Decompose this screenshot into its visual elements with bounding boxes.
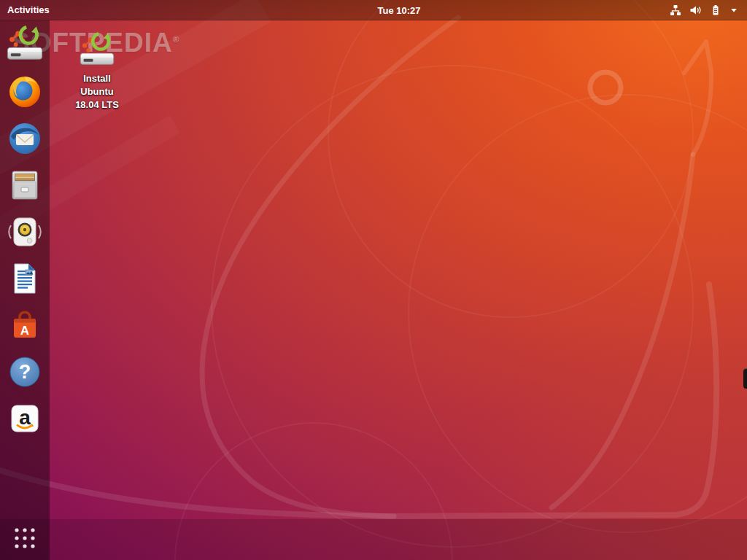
battery-icon — [710, 4, 721, 16]
install-ubuntu-shortcut-label: Install Ubuntu 18.04 LTS — [75, 72, 119, 112]
dock-item-help[interactable] — [3, 350, 47, 394]
dock-item-libreoffice-writer[interactable] — [3, 257, 47, 300]
install-ubuntu-drive-icon — [78, 32, 116, 70]
volume-icon — [689, 4, 702, 16]
edge-cursor-nub — [743, 368, 747, 389]
files-cabinet-icon — [7, 168, 42, 203]
libreoffice-writer-icon — [7, 261, 42, 296]
top-bar: Activities Tue 10:27 — [0, 0, 747, 20]
dock-item-amazon[interactable] — [3, 397, 47, 440]
dock — [0, 20, 50, 560]
rhythmbox-icon — [7, 214, 42, 249]
chevron-down-icon — [729, 6, 738, 15]
amazon-icon — [7, 401, 42, 436]
dock-item-thunderbird[interactable] — [3, 117, 47, 160]
dock-item-firefox[interactable] — [3, 70, 47, 114]
install-label-line2: Ubuntu — [75, 85, 119, 98]
dock-item-rhythmbox[interactable] — [3, 210, 47, 254]
system-menu[interactable] — [661, 0, 747, 20]
show-applications-button[interactable] — [3, 519, 47, 557]
help-icon — [7, 354, 42, 389]
show-applications-grid-icon — [14, 527, 36, 549]
install-ubuntu-drive-icon — [5, 26, 44, 65]
install-label-line1: Install — [75, 72, 119, 85]
install-label-line3: 18.04 LTS — [75, 98, 119, 112]
dock-item-files[interactable] — [3, 163, 47, 207]
ubuntu-software-icon — [7, 308, 42, 343]
firefox-icon — [7, 74, 42, 109]
registered-mark: ® — [173, 34, 180, 44]
activities-button[interactable]: Activities — [0, 0, 57, 20]
dock-item-installer[interactable] — [3, 23, 47, 67]
install-ubuntu-shortcut[interactable]: Install Ubuntu 18.04 LTS — [72, 32, 122, 112]
clock-button[interactable]: Tue 10:27 — [377, 0, 420, 20]
thunderbird-icon — [7, 121, 42, 156]
dock-item-ubuntu-software[interactable] — [3, 303, 47, 347]
network-icon — [670, 4, 681, 16]
